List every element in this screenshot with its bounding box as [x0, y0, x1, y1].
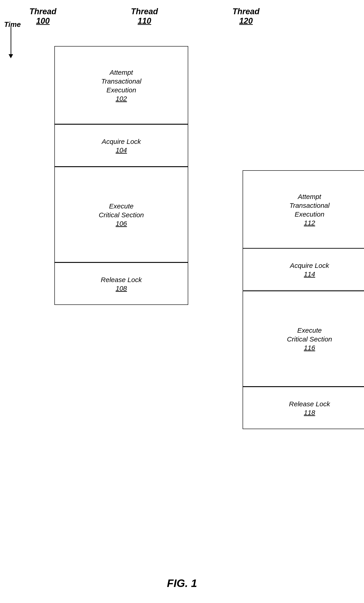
box-112-number: 112 — [304, 219, 315, 227]
fig-label: FIG. 1 — [167, 577, 197, 590]
thread-120-header: Thread 120 — [232, 7, 260, 26]
thread-110-name: Thread — [131, 7, 158, 16]
thread-120-name: Thread — [232, 7, 260, 16]
thread-120-number: 120 — [232, 16, 260, 26]
thread-110-header: Thread 110 — [131, 7, 158, 26]
box-102: AttemptTransactionalExecution102 — [54, 46, 188, 124]
box-118-number: 118 — [304, 409, 315, 417]
box-116-label: ExecuteCritical Section — [287, 326, 332, 344]
box-108-number: 108 — [116, 285, 127, 292]
thread-100-number: 100 — [29, 16, 56, 26]
box-102-label: AttemptTransactionalExecution — [101, 68, 142, 94]
box-108-label: Release Lock — [101, 275, 142, 284]
box-104-label: Acquire Lock — [102, 137, 141, 146]
box-112-label: AttemptTransactionalExecution — [289, 192, 330, 219]
diagram: Time Thread 100 Thread 110 Thread 120 FI… — [0, 0, 364, 603]
thread-100-header: Thread 100 — [29, 7, 56, 26]
time-arrow-line — [11, 27, 11, 54]
box-114-number: 114 — [304, 270, 315, 278]
box-106-number: 106 — [116, 220, 127, 227]
box-118-label: Release Lock — [289, 400, 330, 408]
box-102-number: 102 — [116, 95, 127, 103]
box-114-label: Acquire Lock — [290, 261, 329, 270]
box-116: ExecuteCritical Section116 — [243, 291, 364, 387]
box-112: AttemptTransactionalExecution112 — [243, 170, 364, 248]
time-arrow-head — [9, 54, 13, 58]
box-104-number: 104 — [116, 146, 127, 154]
thread-100-name: Thread — [29, 7, 56, 16]
box-106-label: ExecuteCritical Section — [99, 202, 144, 219]
box-108: Release Lock108 — [54, 262, 188, 305]
box-106: ExecuteCritical Section106 — [54, 167, 188, 262]
time-arrow — [9, 27, 13, 58]
thread-110-number: 110 — [131, 16, 158, 26]
box-118: Release Lock118 — [243, 387, 364, 429]
box-104: Acquire Lock104 — [54, 124, 188, 167]
box-114: Acquire Lock114 — [243, 248, 364, 291]
box-116-number: 116 — [304, 344, 315, 352]
